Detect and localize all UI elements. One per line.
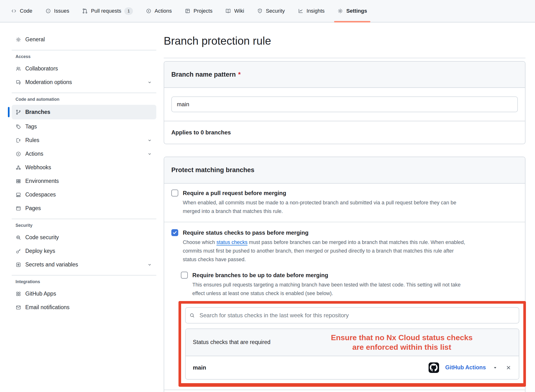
shield-icon bbox=[257, 8, 263, 14]
sidebar-section-code-and-automation: Code and automation bbox=[16, 97, 156, 102]
remove-status-check-button[interactable] bbox=[505, 365, 512, 371]
sidebar-item-label: GitHub Apps bbox=[25, 291, 56, 297]
sidebar-item-secrets-and-variables[interactable]: Secrets and variables bbox=[12, 258, 156, 271]
sidebar-item-label: Environments bbox=[25, 178, 59, 184]
rule-label: Require status checks to pass before mer… bbox=[183, 228, 465, 237]
nx-cloud-annotation-highlight-box: Status checks that are required Ensure t… bbox=[178, 301, 526, 387]
table-icon bbox=[185, 8, 190, 14]
tab-projects[interactable]: Projects bbox=[185, 0, 212, 22]
active-tab-underline bbox=[334, 21, 370, 22]
rule-description: This ensures pull requests targeting a m… bbox=[192, 281, 461, 298]
sidebar-item-environments[interactable]: Environments bbox=[12, 175, 156, 188]
sidebar-item-code-security[interactable]: Code security bbox=[12, 231, 156, 244]
require-up-to-date-checkbox[interactable] bbox=[181, 272, 188, 279]
sidebar-item-label: Code security bbox=[25, 234, 59, 241]
require-pull-request-checkbox[interactable] bbox=[171, 190, 178, 196]
rule-label: Require branches to be up to date before… bbox=[192, 271, 461, 279]
branch-name-pattern-card: Branch name pattern* Applies to 0 branch… bbox=[164, 61, 525, 144]
status-checks-required-label: Status checks that are required bbox=[193, 339, 270, 345]
sidebar-item-label: Secrets and variables bbox=[25, 261, 78, 268]
sidebar-item-label: Moderation options bbox=[25, 79, 72, 85]
github-mark-icon bbox=[429, 362, 439, 373]
tab-pull-requests[interactable]: Pull requests 1 bbox=[82, 0, 133, 22]
repo-tab-bar: Code Issues Pull requests 1 Actions Proj… bbox=[0, 0, 535, 22]
tab-code[interactable]: Code bbox=[11, 0, 32, 22]
sidebar-item-label: Branches bbox=[25, 109, 50, 115]
tab-actions[interactable]: Actions bbox=[146, 0, 172, 22]
applies-to-branches-text: Applies to 0 branches bbox=[164, 121, 525, 144]
tab-label: Projects bbox=[194, 8, 212, 14]
required-asterisk: * bbox=[238, 71, 241, 78]
sidebar-item-rules[interactable]: Rules bbox=[12, 134, 156, 147]
status-check-row: main GitHub Actions bbox=[186, 356, 519, 379]
sidebar-item-actions[interactable]: Actions bbox=[12, 147, 156, 160]
rule-icon bbox=[16, 138, 21, 143]
sidebar-item-collaborators[interactable]: Collaborators bbox=[12, 62, 156, 75]
sidebar-item-label: General bbox=[25, 36, 45, 43]
protect-matching-branches-card: Protect matching branches Require a pull… bbox=[164, 157, 525, 392]
browser-icon bbox=[16, 206, 21, 211]
sidebar-section-integrations: Integrations bbox=[16, 279, 156, 284]
git-branch-icon bbox=[16, 109, 21, 115]
rule-label: Require a pull request before merging bbox=[183, 189, 456, 197]
sidebar-item-general[interactable]: General bbox=[12, 33, 156, 46]
tab-settings[interactable]: Settings bbox=[337, 0, 367, 22]
tab-wiki[interactable]: Wiki bbox=[225, 0, 244, 22]
sidebar-item-moderation-options[interactable]: Moderation options bbox=[12, 76, 156, 89]
chevron-down-icon bbox=[147, 262, 152, 268]
tab-label: Issues bbox=[54, 8, 69, 14]
sidebar-item-label: Webhooks bbox=[25, 164, 51, 171]
apps-icon bbox=[16, 291, 21, 297]
sidebar-item-label: Pages bbox=[25, 205, 41, 212]
sidebar-item-label: Collaborators bbox=[25, 65, 58, 72]
comment-discussion-icon bbox=[16, 79, 21, 85]
book-icon bbox=[225, 8, 231, 14]
tab-label: Pull requests bbox=[91, 8, 121, 14]
sidebar-item-github-apps[interactable]: GitHub Apps bbox=[12, 287, 156, 300]
tab-label: Settings bbox=[346, 8, 367, 14]
git-pull-request-icon bbox=[82, 8, 88, 14]
sidebar-divider bbox=[12, 50, 156, 50]
check-source-dropdown[interactable] bbox=[492, 365, 498, 371]
sidebar-divider bbox=[12, 93, 156, 93]
tab-security[interactable]: Security bbox=[257, 0, 285, 22]
require-status-checks-checkbox[interactable] bbox=[171, 229, 178, 236]
sidebar-divider bbox=[12, 219, 156, 219]
sidebar-item-label: Actions bbox=[25, 151, 43, 157]
server-icon bbox=[16, 178, 21, 184]
sidebar-item-pages[interactable]: Pages bbox=[12, 202, 156, 215]
sidebar-item-label: Email notifications bbox=[25, 304, 69, 311]
sidebar-section-access: Access bbox=[16, 54, 156, 59]
branch-name-pattern-header: Branch name pattern* bbox=[164, 62, 525, 88]
status-checks-link[interactable]: status checks bbox=[216, 239, 247, 245]
tab-issues[interactable]: Issues bbox=[45, 0, 69, 22]
branch-name-pattern-input[interactable] bbox=[171, 96, 518, 112]
github-actions-link[interactable]: GitHub Actions bbox=[445, 364, 486, 371]
sidebar-item-codespaces[interactable]: Codespaces bbox=[12, 188, 156, 201]
people-icon bbox=[16, 66, 21, 72]
tab-label: Wiki bbox=[234, 8, 244, 14]
status-checks-search-input[interactable] bbox=[185, 307, 519, 323]
tab-insights[interactable]: Insights bbox=[298, 0, 325, 22]
search-icon bbox=[189, 313, 195, 318]
protect-matching-branches-header: Protect matching branches bbox=[164, 157, 525, 183]
rule-description: Choose which status checks must pass bef… bbox=[183, 238, 465, 264]
status-check-name: main bbox=[193, 364, 206, 371]
chevron-down-icon bbox=[147, 138, 152, 143]
sidebar-section-security: Security bbox=[16, 223, 156, 228]
pull-requests-count-badge: 1 bbox=[124, 7, 133, 15]
play-icon bbox=[146, 8, 152, 14]
sidebar-item-email-notifications[interactable]: Email notifications bbox=[12, 301, 156, 314]
sidebar-item-deploy-keys[interactable]: Deploy keys bbox=[12, 244, 156, 258]
sidebar-item-label: Tags bbox=[25, 123, 37, 130]
sidebar-item-label: Rules bbox=[25, 137, 39, 143]
sidebar-item-branches[interactable]: Branches bbox=[12, 105, 156, 119]
sidebar-item-webhooks[interactable]: Webhooks bbox=[12, 161, 156, 174]
required-status-checks-list: Status checks that are required Ensure t… bbox=[185, 328, 519, 380]
sidebar-divider bbox=[12, 275, 156, 275]
sidebar-item-tags[interactable]: Tags bbox=[12, 120, 156, 133]
rule-require-up-to-date: Require branches to be up to date before… bbox=[181, 271, 518, 298]
gear-icon bbox=[16, 37, 21, 42]
rule-require-status-checks: Require status checks to pass before mer… bbox=[171, 222, 518, 264]
codespaces-icon bbox=[16, 192, 21, 198]
